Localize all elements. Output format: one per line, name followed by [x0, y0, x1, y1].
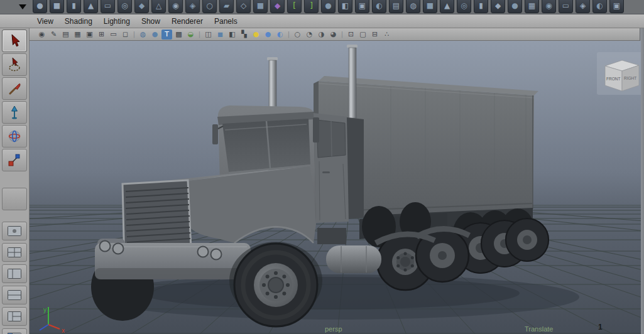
- bridge-icon[interactable]: ▣: [355, 0, 369, 13]
- shelf-icons: ●■▮▲▭◎◆△◉◈○▰◇■◆[]●◧▣◐▤◍■▲◎▮◆●▦◉▭◈◐▣: [31, 0, 625, 13]
- lamp-flat-lighting-icon[interactable]: ◕: [328, 30, 339, 40]
- film-gate-icon[interactable]: ▤: [60, 30, 71, 40]
- safe-action-icon[interactable]: ▭: [108, 30, 119, 40]
- use-all-lights-icon[interactable]: ●: [251, 30, 261, 40]
- fill-hole-icon[interactable]: ▦: [525, 0, 539, 13]
- offset-loop-icon[interactable]: ◈: [576, 0, 590, 13]
- field-chart-icon[interactable]: ⊞: [96, 30, 107, 40]
- axis-y-label: y: [43, 306, 46, 313]
- annotation-text: 1: [598, 323, 603, 331]
- multi-cut-icon[interactable]: ▤: [389, 0, 403, 13]
- nurbs-sphere-icon[interactable]: ●: [321, 0, 336, 13]
- rotate-tool[interactable]: [2, 125, 27, 148]
- checker-material-icon[interactable]: ▩: [173, 30, 184, 40]
- move-tool[interactable]: [2, 101, 27, 124]
- textured-cube-icon[interactable]: ◧: [227, 30, 237, 40]
- lamp-default-light-icon[interactable]: ○: [292, 30, 303, 40]
- bracket-close-icon[interactable]: ]: [304, 0, 319, 13]
- viewport-panel: ◉✎▤▦▣⊞▭◻|◍●T▩◒|◫◼◧▚●●◐|○◔◑◕|⊡▢⊟∴: [30, 28, 640, 334]
- select-tool[interactable]: [2, 30, 27, 52]
- mirror-geometry-icon[interactable]: ■: [253, 0, 268, 13]
- wireframe-display-icon[interactable]: ◍: [138, 30, 148, 40]
- wedge-icon[interactable]: ◎: [457, 0, 471, 13]
- ambient-occlusion-icon[interactable]: ◐: [275, 30, 285, 40]
- menu-shading[interactable]: Shading: [59, 17, 98, 26]
- curve-tool-icon[interactable]: ◆: [270, 0, 285, 13]
- single-pane-icon: [7, 225, 22, 237]
- xray-joints-icon[interactable]: ⊟: [369, 30, 380, 40]
- gate-mask-icon[interactable]: ▣: [84, 30, 95, 40]
- layout-outliner-persp[interactable]: [2, 328, 27, 334]
- layout-two-pane-side-by-side[interactable]: [2, 264, 27, 283]
- shaded-cube-icon[interactable]: ◼: [215, 30, 226, 40]
- poly-prism-icon[interactable]: ◆: [134, 0, 149, 13]
- paint-select-tool[interactable]: [2, 77, 27, 100]
- menu-lighting[interactable]: Lighting: [98, 17, 136, 26]
- layout-three-pane[interactable]: [2, 307, 27, 326]
- viewcube-right-label[interactable]: RIGHT: [624, 76, 636, 80]
- sep: |: [340, 30, 344, 40]
- lasso-select-tool[interactable]: [2, 53, 27, 76]
- menu-view[interactable]: View: [31, 17, 59, 26]
- poly-cylinder-icon[interactable]: ▮: [67, 0, 81, 13]
- poly-sphere-icon[interactable]: ●: [33, 0, 47, 13]
- three-pane-icon: [7, 311, 22, 322]
- scale-boxes-icon: [7, 153, 22, 168]
- poly-pipe-icon[interactable]: ◉: [168, 0, 183, 13]
- combine-icon[interactable]: ◆: [491, 0, 505, 13]
- two-pane-stacked-icon: [7, 289, 22, 301]
- textured-display-icon[interactable]: T: [161, 30, 172, 40]
- move-cone-icon: [7, 105, 22, 120]
- viewport-canvas[interactable]: FRONT RIGHT y x persp Translate 1: [30, 41, 641, 334]
- viewcube-front-label[interactable]: FRONT: [606, 77, 620, 81]
- safe-title-icon[interactable]: ◻: [120, 30, 131, 40]
- poly-soccer-icon[interactable]: ○: [202, 0, 217, 13]
- share-icon[interactable]: ∴: [381, 30, 392, 40]
- paint-brush-icon: [7, 81, 22, 96]
- poly-pyramid-icon[interactable]: △: [151, 0, 166, 13]
- bracket-open-icon[interactable]: [: [287, 0, 302, 13]
- poly-cone-icon[interactable]: ▲: [84, 0, 98, 13]
- default-material-icon[interactable]: ◒: [185, 30, 196, 40]
- resolution-gate-icon[interactable]: ▦: [72, 30, 83, 40]
- checkerboard-icon[interactable]: ▚: [239, 30, 249, 40]
- sculpt-tool-icon[interactable]: ◇: [236, 0, 251, 13]
- select-arrow-icon: [7, 33, 22, 48]
- grease-pencil-icon[interactable]: ✎: [48, 30, 59, 40]
- poly-torus-icon[interactable]: ◎: [117, 0, 132, 13]
- triangulate-icon[interactable]: ▣: [609, 0, 624, 13]
- wireframe-cube-icon[interactable]: ◫: [203, 30, 214, 40]
- poke-icon[interactable]: ◐: [592, 0, 607, 13]
- insert-loop-icon[interactable]: ▭: [559, 0, 573, 13]
- extrude-icon[interactable]: ◐: [372, 0, 386, 13]
- separate-icon[interactable]: ●: [508, 0, 522, 13]
- quad-draw-icon[interactable]: ■: [423, 0, 437, 13]
- poly-edge-icon[interactable]: ▮: [474, 0, 488, 13]
- poly-plane-icon[interactable]: ▭: [101, 0, 115, 13]
- shaded-display-icon[interactable]: ●: [150, 30, 160, 40]
- select-camera-icon[interactable]: ◉: [36, 30, 47, 40]
- sep: |: [132, 30, 136, 40]
- bevel-icon[interactable]: ◧: [338, 0, 352, 13]
- lamp-all-lights-icon[interactable]: ◔: [304, 30, 315, 40]
- xray-icon[interactable]: ▢: [357, 30, 368, 40]
- shadows-icon[interactable]: ●: [263, 30, 273, 40]
- menu-panels[interactable]: Panels: [209, 17, 243, 26]
- isolate-select-icon[interactable]: ⊡: [346, 30, 356, 40]
- poly-cube-icon[interactable]: ■: [50, 0, 64, 13]
- smooth-icon[interactable]: ▲: [440, 0, 454, 13]
- layout-two-pane-stacked[interactable]: [2, 286, 27, 304]
- platonic-solid-icon[interactable]: ▰: [219, 0, 234, 13]
- poly-helix-icon[interactable]: ◈: [185, 0, 200, 13]
- scale-tool[interactable]: [2, 149, 27, 171]
- view-cube[interactable]: FRONT RIGHT: [597, 52, 641, 95]
- layout-single-pane[interactable]: [2, 222, 27, 240]
- lamp-selected-lights-icon[interactable]: ◑: [316, 30, 327, 40]
- menu-show[interactable]: Show: [136, 17, 166, 26]
- target-weld-icon[interactable]: ◍: [406, 0, 420, 13]
- last-tool-slot[interactable]: [2, 188, 27, 210]
- shelf-tab-menu-icon[interactable]: [19, 4, 26, 9]
- menu-renderer[interactable]: Renderer: [166, 17, 209, 26]
- append-poly-icon[interactable]: ◉: [542, 0, 556, 13]
- layout-four-pane[interactable]: [2, 243, 27, 262]
